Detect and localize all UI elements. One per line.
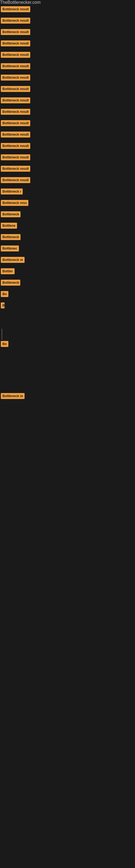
bottleneck-result-badge: Bottleneck result	[1, 177, 30, 183]
list-item: Bottleneck result	[0, 164, 135, 174]
bottleneck-result-badge: Bottlene	[1, 223, 17, 229]
list-item: Bottleneck	[0, 233, 135, 243]
bottleneck-result-badge: Bottleneck r	[1, 188, 23, 194]
list-item	[0, 378, 135, 392]
list-item: Bottleneck result	[0, 5, 135, 14]
list-item: Bottleneck result	[0, 119, 135, 129]
list-item: Bottler	[0, 267, 135, 277]
list-item: Bottleneck resu	[0, 198, 135, 208]
bottleneck-result-badge: Bottleneck result	[1, 143, 30, 149]
bottleneck-result-badge: B	[1, 303, 5, 308]
bottleneck-result-badge: Bottleneck result	[1, 86, 30, 92]
list-item: Bottlenec	[0, 244, 135, 254]
list-item: Bottleneck result	[0, 153, 135, 163]
list-item: Bo	[0, 340, 135, 349]
list-item: Bottleneck result	[0, 73, 135, 83]
list-item: Bottleneck result	[0, 28, 135, 37]
bottleneck-result-badge: Bottleneck result	[1, 40, 30, 46]
list-item	[0, 365, 135, 378]
list-item: Bottlene	[0, 221, 135, 231]
bottleneck-result-badge: Bottlenec	[1, 246, 19, 251]
bottleneck-result-badge: Bottleneck resu	[1, 200, 28, 206]
list-item: Bo	[0, 290, 135, 300]
bottleneck-result-badge: Bo	[1, 341, 8, 347]
list-item: Bottleneck result	[0, 142, 135, 151]
list-item: Bottleneck result	[0, 107, 135, 117]
bottleneck-result-badge: Bottleneck result	[1, 131, 30, 137]
list-item: Bottleneck result	[0, 39, 135, 49]
list-item: B	[0, 301, 135, 311]
bottleneck-result-badge: Bottleneck result	[1, 29, 30, 35]
bottleneck-result-badge: Bottleneck result	[1, 18, 30, 24]
bottleneck-result-badge: Bottleneck	[1, 211, 20, 217]
site-title: TheBottlenecker.com	[0, 0, 135, 5]
list-item: Bottleneck re	[0, 255, 135, 265]
bottleneck-result-badge: Bottleneck result	[1, 166, 30, 172]
results-container: Bottleneck resultBottleneck resultBottle…	[0, 5, 135, 468]
list-item	[0, 403, 135, 425]
bottleneck-result-badge: Bottleneck result	[1, 97, 30, 103]
bottleneck-result-badge: Bo	[1, 291, 8, 297]
list-item: Bottleneck result	[0, 16, 135, 26]
list-item: Bottleneck re	[0, 392, 135, 401]
list-item: Bottleneck result	[0, 62, 135, 72]
bottleneck-result-badge: Bottleneck result	[1, 6, 30, 12]
list-item: Bottleneck r	[0, 187, 135, 197]
bottleneck-result-badge: Bottleneck result	[1, 63, 30, 69]
list-item	[0, 351, 135, 365]
list-item	[0, 329, 135, 340]
list-item: Bottleneck	[0, 210, 135, 220]
bottleneck-result-badge: Bottleneck result	[1, 74, 30, 81]
list-item: Bottleneck result	[0, 51, 135, 60]
list-item: Bottleneck result	[0, 176, 135, 186]
bottleneck-result-badge: Bottleneck result	[1, 120, 30, 126]
bottleneck-result-badge: Bottleneck result	[1, 154, 30, 160]
list-item	[0, 425, 135, 446]
bottleneck-result-badge: Bottleneck	[1, 234, 20, 240]
list-item: Bottleneck result	[0, 96, 135, 106]
list-item: Bottleneck result	[0, 85, 135, 94]
bottleneck-result-badge: Bottleneck re	[1, 393, 25, 399]
bottleneck-result-badge: Bottleneck	[1, 280, 20, 286]
bottleneck-result-badge: Bottleneck result	[1, 109, 30, 115]
bottleneck-result-badge: Bottleneck re	[1, 257, 25, 263]
list-item	[0, 446, 135, 468]
list-item	[0, 312, 135, 329]
bottleneck-result-badge: Bottler	[1, 268, 14, 274]
bottleneck-result-badge: Bottleneck result	[1, 52, 30, 58]
list-item: Bottleneck	[0, 278, 135, 288]
list-item: Bottleneck result	[0, 130, 135, 140]
